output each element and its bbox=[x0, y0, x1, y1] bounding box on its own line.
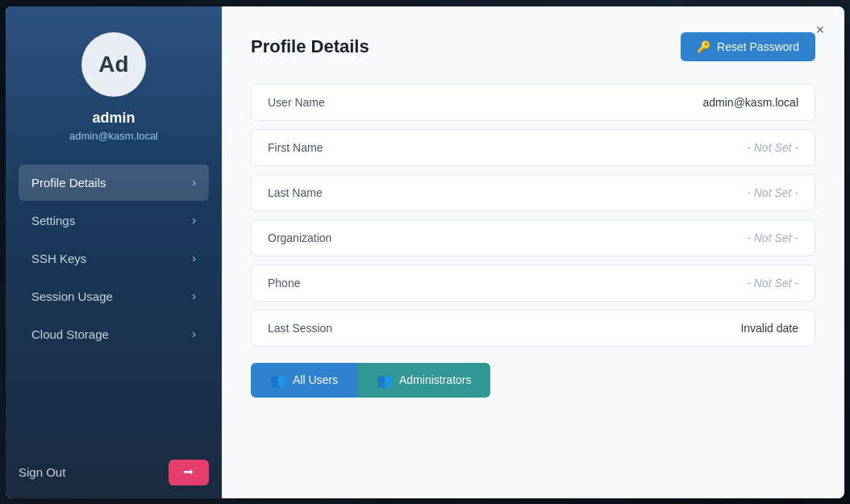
content-panel: × Profile Details 🔑 Reset Password User … bbox=[222, 6, 844, 498]
field-username: User Name admin@kasm.local bbox=[251, 84, 815, 121]
sidebar-item-session-usage[interactable]: Session Usage › bbox=[19, 278, 209, 314]
user-name: admin bbox=[92, 110, 135, 127]
users-icon: 👥 bbox=[270, 373, 286, 388]
sidebar-item-profile-details[interactable]: Profile Details › bbox=[19, 165, 209, 201]
role-buttons: 👥 All Users 👥 Administrators bbox=[251, 363, 815, 398]
close-button[interactable]: × bbox=[809, 19, 831, 42]
user-email: admin@kasm.local bbox=[69, 130, 158, 142]
all-users-button[interactable]: 👥 All Users bbox=[251, 363, 357, 398]
modal-overlay: Ad admin admin@kasm.local Profile Detail… bbox=[0, 0, 850, 504]
nav-list: Profile Details › Settings › SSH Keys › … bbox=[6, 165, 222, 447]
content-header: Profile Details 🔑 Reset Password bbox=[251, 32, 815, 61]
admin-icon: 👥 bbox=[377, 373, 393, 388]
key-icon: 🔑 bbox=[697, 40, 710, 53]
sidebar-item-settings[interactable]: Settings › bbox=[19, 202, 209, 239]
page-title: Profile Details bbox=[251, 36, 369, 57]
field-last-session: Last Session Invalid date bbox=[251, 310, 815, 347]
reset-password-button[interactable]: 🔑 Reset Password bbox=[681, 32, 815, 61]
chevron-right-icon: › bbox=[192, 289, 196, 302]
avatar: Ad bbox=[81, 32, 146, 97]
modal-container: Ad admin admin@kasm.local Profile Detail… bbox=[6, 6, 844, 498]
chevron-right-icon: › bbox=[192, 176, 196, 189]
sidebar: Ad admin admin@kasm.local Profile Detail… bbox=[6, 6, 222, 498]
sidebar-item-cloud-storage[interactable]: Cloud Storage › bbox=[19, 316, 209, 352]
chevron-right-icon: › bbox=[192, 327, 196, 340]
sign-out-row: Sign Out ⮕ bbox=[6, 447, 222, 498]
field-organization: Organization - Not Set - bbox=[251, 219, 815, 256]
sign-out-button[interactable]: ⮕ bbox=[169, 460, 209, 485]
chevron-right-icon: › bbox=[192, 214, 196, 227]
chevron-right-icon: › bbox=[192, 252, 196, 264]
sidebar-item-ssh-keys[interactable]: SSH Keys › bbox=[19, 240, 209, 277]
field-firstname: First Name - Not Set - bbox=[251, 129, 815, 166]
signout-icon: ⮕ bbox=[183, 466, 194, 479]
sign-out-label: Sign Out bbox=[19, 465, 65, 479]
field-phone: Phone - Not Set - bbox=[251, 264, 815, 302]
administrators-button[interactable]: 👥 Administrators bbox=[357, 363, 490, 398]
field-lastname: Last Name - Not Set - bbox=[251, 174, 815, 211]
